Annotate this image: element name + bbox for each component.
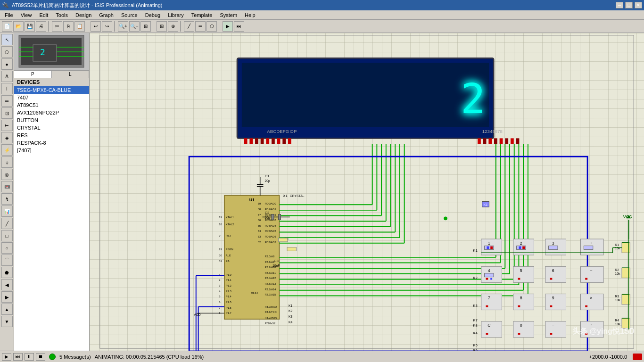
subcircuit-tool[interactable]: ⊡ [1, 107, 13, 119]
device-res[interactable]: RES [14, 132, 89, 139]
device-button[interactable]: BUTTON [14, 116, 89, 124]
line-tool[interactable]: ╱ [1, 218, 13, 229]
c3-val: 10nF [272, 264, 280, 267]
debug-step-button[interactable]: ⏭ [234, 21, 244, 32]
paste-button[interactable]: 📋 [74, 21, 85, 32]
sep3 [114, 21, 116, 32]
save-button[interactable]: 💾 [25, 21, 35, 32]
print-button[interactable]: 🖨 [36, 21, 46, 32]
menu-design[interactable]: Design [72, 11, 95, 19]
btnm-led [585, 278, 587, 280]
close-button[interactable]: ✕ [635, 2, 642, 8]
select-tool[interactable]: ↖ [1, 34, 13, 45]
svg-text:PD5/AD5: PD5/AD5 [264, 230, 276, 232]
snap-button[interactable]: ⊕ [168, 21, 178, 32]
step-forward-button[interactable]: ⏭ [13, 353, 23, 361]
copy-button[interactable]: ⎘ [63, 21, 74, 32]
menu-source[interactable]: Source [117, 11, 141, 19]
menu-file[interactable]: File [1, 11, 17, 19]
ground-tool[interactable]: ⏚ [1, 156, 13, 168]
p3-k1: K1 [289, 304, 293, 307]
instrument-tool[interactable]: 📊 [1, 206, 13, 217]
restore-button[interactable]: □ [625, 2, 633, 8]
btn-3-body [549, 246, 558, 250]
generator-tool[interactable]: ↯ [1, 193, 13, 205]
tab-l[interactable]: L [52, 71, 90, 78]
menu-library[interactable]: Library [164, 11, 188, 19]
grid-button[interactable]: ⊞ [157, 21, 167, 32]
device-crystal[interactable]: CRYSTAL [14, 124, 89, 132]
chip-u1-label: U1 [249, 197, 255, 202]
minimize-button[interactable]: ─ [616, 2, 623, 8]
bus-button[interactable]: ═ [195, 21, 206, 32]
pan-up[interactable]: ▲ [1, 304, 13, 315]
device-7407[interactable]: 7407 [14, 94, 89, 101]
menu-view[interactable]: View [17, 11, 36, 19]
k8-row: K8 [473, 323, 477, 328]
menu-system[interactable]: System [216, 11, 241, 19]
device-at89c51[interactable]: AT89C51 [14, 101, 89, 109]
undo-button[interactable]: ↩ [91, 21, 101, 32]
schematic-canvas-area[interactable]: 2 ABCDEFG DP 12345678 [90, 33, 644, 351]
pan-down[interactable]: ▼ [1, 316, 13, 327]
wire-label-tool[interactable]: A [1, 71, 13, 82]
svg-text:35: 35 [258, 224, 261, 227]
svg-text:P1.5: P1.5 [226, 301, 231, 304]
svg-text:18: 18 [219, 223, 222, 226]
menu-help[interactable]: Help [241, 11, 259, 19]
port-tool[interactable]: ◈ [1, 132, 13, 143]
pan-left[interactable]: ◀ [1, 279, 13, 290]
menu-graph[interactable]: Graph [95, 11, 117, 19]
component-button[interactable]: ⬡ [206, 21, 217, 32]
stop-button[interactable]: ⏹ [36, 353, 45, 361]
terminal-tool[interactable]: ⊢ [1, 120, 13, 131]
redo-button[interactable]: ↪ [102, 21, 112, 32]
k2-row: K2 [473, 276, 477, 280]
title-left: 🔌 AT89S52单片机简易计算器的设计 - ISIS Professional… [2, 2, 163, 9]
bus-tool[interactable]: ═ [1, 95, 13, 107]
k5-row: K5 [473, 343, 477, 347]
svg-text:34: 34 [258, 230, 261, 232]
svg-text:ALE: ALE [226, 254, 231, 257]
p3-k2: K2 [289, 309, 293, 313]
device-7407b[interactable]: [7407] [14, 147, 89, 154]
display-digit: 2 [461, 75, 486, 123]
poly-tool[interactable]: ⬟ [1, 267, 13, 278]
tab-p[interactable]: P [14, 71, 52, 78]
zoom-fit-button[interactable]: ⊞ [140, 21, 151, 32]
btn-9-area [545, 294, 566, 310]
open-button[interactable]: 📂 [13, 21, 24, 32]
menu-debug[interactable]: Debug [141, 11, 164, 19]
menu-template[interactable]: Template [188, 11, 216, 19]
zoom-in-button[interactable]: 🔍+ [118, 21, 128, 32]
tape-tool[interactable]: 📼 [1, 181, 13, 192]
junction-dot [444, 216, 447, 220]
power-tool[interactable]: ⚡ [1, 144, 13, 156]
pause-button[interactable]: ⏸ [25, 353, 34, 361]
pin-b3 [488, 138, 492, 144]
svg-text:19: 19 [219, 216, 222, 219]
menu-tools[interactable]: Tools [52, 11, 72, 19]
device-avx[interactable]: AVX1206NPO22P [14, 109, 89, 116]
menu-edit[interactable]: Edit [35, 11, 52, 19]
cut-button[interactable]: ✂ [52, 21, 62, 32]
device-7seg[interactable]: 7SEG-MPX8-CA-BLUE [14, 86, 89, 94]
crystal-body-2 [279, 214, 281, 220]
play-button[interactable]: ▶ [2, 353, 11, 361]
zoom-out-button[interactable]: 🔍− [129, 21, 140, 32]
component-tool[interactable]: ⬡ [1, 46, 13, 58]
pan-right[interactable]: ▶ [1, 291, 13, 303]
box-tool[interactable]: □ [1, 230, 13, 241]
new-button[interactable]: 📄 [2, 21, 12, 32]
probe-tool[interactable]: ◎ [1, 169, 13, 180]
wire-button[interactable]: ╱ [184, 21, 194, 32]
run-button[interactable]: ▶ [223, 21, 233, 32]
tools-sidebar: ↖ ⬡ ● A T ═ ⊡ ⊢ ◈ ⚡ ⏚ ◎ 📼 ↯ 📊 ╱ □ ○ ⌒ ⬟ … [0, 33, 14, 351]
circle-tool[interactable]: ○ [1, 242, 13, 254]
k4-row: K4 [473, 331, 478, 335]
junction-tool[interactable]: ● [1, 58, 13, 70]
btn-eq-area [545, 321, 566, 337]
device-respack[interactable]: RESPACK-8 [14, 139, 89, 147]
text-tool[interactable]: T [1, 83, 13, 94]
arc-tool[interactable]: ⌒ [1, 255, 13, 266]
